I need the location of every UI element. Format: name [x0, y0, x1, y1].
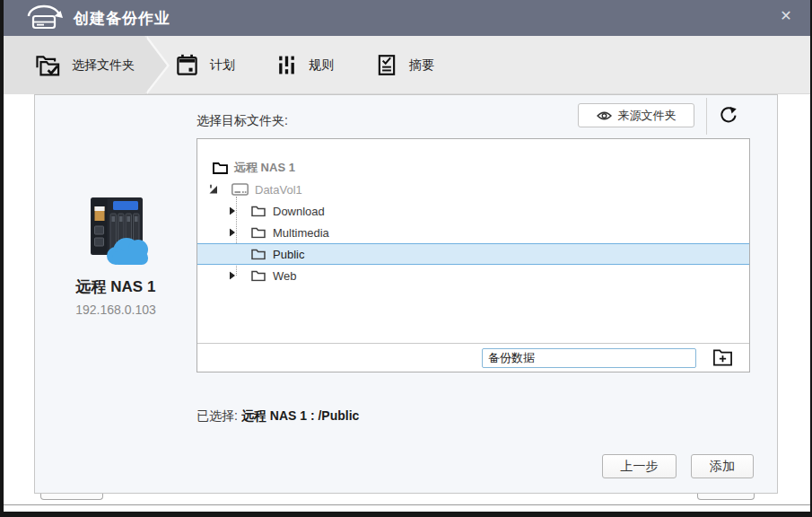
target-folder-tree: 远程 NAS 1 DataVol1	[196, 138, 750, 372]
volume-icon	[231, 183, 249, 196]
select-folder-page: 选择目标文件夹: 来源文件夹	[34, 94, 778, 494]
tab-schedule-label: 计划	[210, 57, 235, 74]
remote-nas-name: 远程 NAS 1	[35, 276, 196, 297]
background-button-stub	[40, 493, 103, 500]
tree-node-multimedia[interactable]: Multimedia	[197, 222, 749, 243]
tab-rules[interactable]: 规则	[275, 36, 334, 94]
folder-icon	[251, 227, 266, 239]
folder-icon	[251, 270, 266, 282]
tree-node-web[interactable]: Web	[197, 265, 749, 286]
tab-select-folder[interactable]: 选择文件夹	[34, 36, 135, 94]
dialog-titlebar: 创建备份作业 ✕	[4, 0, 810, 36]
tree-node-public[interactable]: Public	[197, 243, 749, 265]
calendar-icon	[175, 53, 199, 77]
folder-icon	[213, 162, 228, 174]
sliders-icon	[275, 54, 298, 76]
divider	[706, 98, 707, 135]
tree-node-remote-nas[interactable]: 远程 NAS 1	[197, 157, 749, 179]
remote-nas-block: 远程 NAS 1 192.168.0.103	[35, 196, 196, 317]
selected-path: 远程 NAS 1 : /Public	[241, 408, 359, 423]
tab-schedule[interactable]: 计划	[175, 36, 235, 94]
collapsed-arrow-icon[interactable]	[230, 207, 235, 215]
background-button-stub	[697, 493, 755, 500]
selected-path-line: 已选择:远程 NAS 1 : /Public	[196, 408, 359, 425]
source-folder-button[interactable]: 来源文件夹	[578, 103, 694, 127]
new-folder-name-input[interactable]	[482, 348, 696, 368]
eye-icon	[597, 110, 612, 121]
tree-node-datavol1[interactable]: DataVol1	[197, 179, 749, 200]
expanded-arrow-icon[interactable]	[209, 185, 218, 195]
tree-toolbar	[197, 343, 749, 372]
tree-node-download[interactable]: Download	[197, 200, 749, 222]
refresh-icon[interactable]	[718, 106, 738, 126]
add-button[interactable]: 添加	[691, 454, 754, 478]
selected-label: 已选择:	[196, 408, 238, 423]
close-icon[interactable]: ✕	[776, 6, 796, 26]
collapsed-arrow-icon[interactable]	[230, 272, 235, 280]
tab-select-folder-label: 选择文件夹	[72, 57, 135, 74]
previous-button[interactable]: 上一步	[602, 454, 677, 478]
folders-check-icon	[34, 53, 61, 78]
folder-icon	[251, 206, 266, 217]
tab-summary[interactable]: 摘要	[375, 36, 434, 94]
folder-icon	[251, 249, 266, 260]
summary-doc-icon	[375, 53, 398, 77]
create-backup-job-dialog: 创建备份作业 ✕ 选择文件夹 计划	[4, 0, 810, 505]
tab-summary-label: 摘要	[409, 57, 434, 74]
remote-nas-ip: 192.168.0.103	[35, 302, 196, 317]
tab-rules-label: 规则	[309, 57, 334, 74]
remote-nas-icon	[80, 196, 152, 269]
target-folder-heading: 选择目标文件夹:	[196, 113, 288, 129]
new-folder-icon[interactable]	[712, 347, 733, 368]
source-folder-button-label: 来源文件夹	[618, 108, 677, 124]
wizard-stepbar: 选择文件夹 计划 规则	[4, 36, 810, 94]
collapsed-arrow-icon[interactable]	[230, 229, 235, 237]
dialog-title: 创建备份作业	[74, 8, 170, 29]
backup-restore-icon	[23, 4, 65, 31]
